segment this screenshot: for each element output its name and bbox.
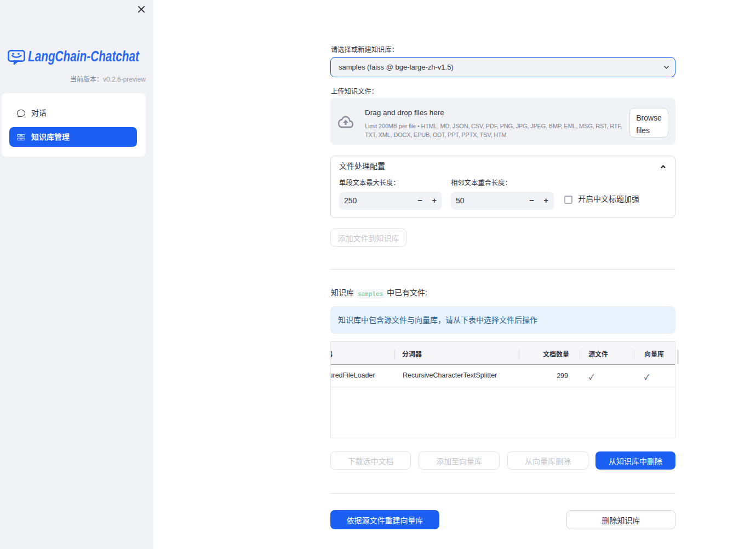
svg-text:LangChain-Chatchat: LangChain-Chatchat <box>28 48 140 65</box>
